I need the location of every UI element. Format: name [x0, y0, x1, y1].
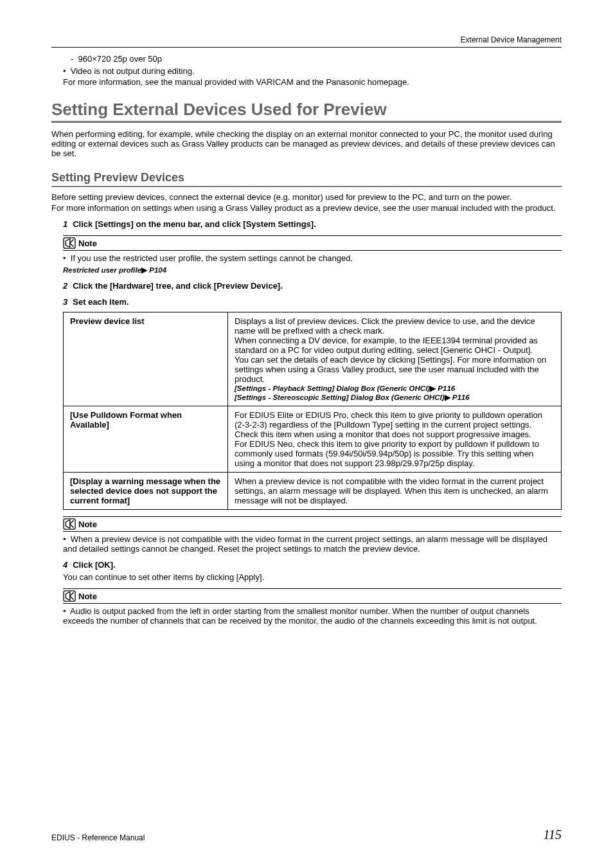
note-block-1: Note • If you use the restricted user pr…: [63, 235, 562, 263]
note-1-text: If you use the restricted user profile, …: [71, 253, 353, 263]
row-warning-desc: When a preview device is not compatible …: [228, 473, 562, 510]
video-output-line: • Video is not output during editing.: [63, 66, 562, 76]
heading-setting-preview-devices: Setting Preview Devices: [51, 171, 562, 187]
step-4: 4Click [OK].: [63, 560, 562, 570]
restricted-profile-link[interactable]: Restricted user profile▶ P104: [63, 266, 562, 275]
header-rule: [51, 47, 562, 48]
step-2: 2Click the [Hardware] tree, and click [P…: [63, 281, 562, 291]
footer-page-number: 115: [543, 827, 562, 842]
note-label: Note: [78, 239, 97, 248]
h2-body-2: For more information on settings when us…: [51, 203, 562, 213]
note-icon: [63, 518, 76, 530]
step-1: 1Click [Settings] on the menu bar, and c…: [63, 219, 562, 229]
note-label: Note: [78, 520, 97, 529]
note-block-2: Note • When a preview device is not comp…: [63, 516, 562, 554]
row-warning-label: [Display a warning message when the sele…: [64, 473, 228, 510]
note-label: Note: [78, 592, 97, 601]
note-icon: [63, 590, 76, 602]
footer-manual-title: EDIUS - Reference Manual: [51, 833, 145, 842]
settings-table: Preview device list Displays a list of p…: [63, 312, 562, 510]
note-3-text: Audio is output packed from the left in …: [63, 606, 537, 626]
row-pulldown-desc: For EDIUS Elite or EDIUS Pro, check this…: [228, 406, 562, 473]
heading-setting-external-devices: Setting External Devices Used for Previe…: [51, 100, 562, 121]
playback-setting-link[interactable]: [Settings - Playback Setting] Dialog Box…: [235, 384, 555, 393]
note-2-text: When a preview device is not compatible …: [63, 534, 547, 554]
more-info-line: For more information, see the manual pro…: [63, 77, 562, 87]
stereoscopic-setting-link[interactable]: [Settings - Stereoscopic Setting] Dialog…: [235, 393, 555, 402]
row-preview-device-list-label: Preview device list: [64, 312, 228, 406]
page-header: External Device Management: [51, 35, 562, 47]
h1-body: When performing editing, for example, wh…: [51, 129, 562, 158]
note-block-3: Note • Audio is output packed from the l…: [63, 588, 562, 626]
note-icon: [63, 237, 76, 249]
after-step-4: You can continue to set other items by c…: [63, 572, 562, 582]
row-preview-device-list-desc: Displays a list of preview devices. Clic…: [228, 312, 562, 406]
row-pulldown-label: [Use Pulldown Format when Available]: [64, 406, 228, 473]
format-item: 960×720 25p over 50p: [78, 54, 162, 64]
format-list: - 960×720 25p over 50p: [63, 54, 562, 64]
step-3: 3Set each item.: [63, 297, 562, 307]
h1-rule: [51, 121, 562, 123]
h2-body-1: Before setting preview devices, connect …: [51, 192, 562, 202]
